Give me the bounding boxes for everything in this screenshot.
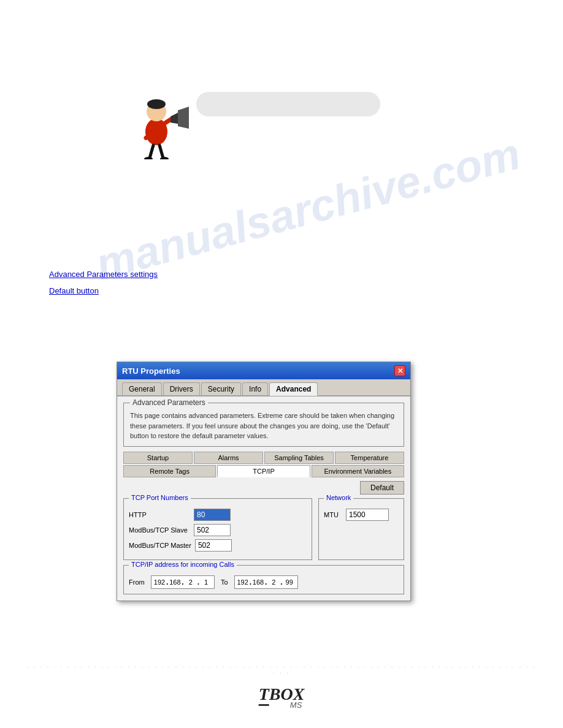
tab-drivers[interactable]: Drivers (163, 382, 200, 395)
subtab-sampling-tables[interactable]: Sampling Tables (264, 452, 334, 464)
text-link-2[interactable]: Default button (49, 286, 158, 295)
person-figure (123, 80, 190, 153)
to-ip-oct4[interactable] (283, 578, 296, 586)
to-ip-oct1[interactable] (236, 578, 250, 586)
svg-line-8 (159, 145, 163, 158)
tab-general[interactable]: General (122, 382, 162, 395)
to-ip-oct3[interactable] (267, 578, 280, 586)
network-group: Network MTU (318, 498, 404, 560)
text-link-1[interactable]: Advanced Parameters settings (49, 270, 158, 279)
tcp-port-numbers-group: TCP Port Numbers HTTP ModBus/TCP Slave M… (123, 498, 312, 560)
to-ip-wrapper: . . . (234, 575, 298, 589)
svg-point-2 (147, 99, 166, 109)
subtab-env-variables[interactable]: Environment Variables (312, 465, 404, 477)
svg-line-7 (150, 145, 153, 158)
tab-advanced[interactable]: Advanced (269, 382, 318, 396)
from-ip-oct3[interactable] (184, 578, 197, 586)
subtab-tcpip[interactable]: TCP/IP (217, 465, 310, 477)
tbox-logo: TBOX MS (259, 686, 305, 710)
text-links-area: Advanced Parameters settings Default but… (49, 270, 158, 303)
group-box-title: Advanced Parameters (130, 398, 208, 407)
http-label: HTTP (129, 511, 190, 518)
advanced-params-group: Advanced Parameters This page contains a… (123, 403, 404, 447)
tab-info[interactable]: Info (242, 382, 268, 395)
subtab-temperature[interactable]: Temperature (335, 452, 404, 464)
dialog-close-button[interactable]: ✕ (394, 365, 405, 376)
modbus-slave-row: ModBus/TCP Slave (129, 524, 307, 536)
default-btn-row: Default (123, 481, 404, 495)
from-ip-wrapper: . . . (151, 575, 215, 589)
speech-bubble (196, 92, 380, 116)
to-ip-oct2[interactable] (251, 578, 265, 586)
dialog-content: Advanced Parameters This page contains a… (117, 396, 410, 601)
http-input[interactable] (194, 509, 231, 521)
modbus-slave-input[interactable] (194, 524, 231, 536)
dialog-title: RTU Properties (122, 366, 180, 376)
to-label: To (221, 578, 228, 586)
modbus-slave-label: ModBus/TCP Slave (129, 526, 190, 534)
default-button[interactable]: Default (360, 481, 404, 495)
subtab-alarms[interactable]: Alarms (194, 452, 263, 464)
rtu-properties-dialog: RTU Properties ✕ General Drivers Securit… (117, 362, 411, 601)
incoming-calls-label: TCP/IP address for incoming Calls (129, 561, 237, 568)
from-to-row: From . . . To . . (129, 575, 399, 589)
dialog-titlebar: RTU Properties ✕ (117, 362, 410, 379)
bottom-line: · · · · · · · · · · · · · · · · · · · · … (25, 664, 538, 676)
dialog-tabs: General Drivers Security Info Advanced (117, 379, 410, 396)
sub-tabs-row2: Remote Tags TCP/IP Environment Variables (123, 465, 404, 477)
modbus-master-label: ModBus/TCP Master (129, 542, 191, 549)
tcp-section-label: TCP Port Numbers (129, 494, 191, 501)
sub-tabs-row1: Startup Alarms Sampling Tables Temperatu… (123, 452, 404, 464)
subtab-startup[interactable]: Startup (123, 452, 193, 464)
from-ip-oct2[interactable] (168, 578, 182, 586)
network-section-label: Network (324, 494, 353, 501)
announcement-area (123, 80, 380, 153)
group-text: This page contains advanced parameters. … (130, 411, 397, 441)
from-label: From (129, 578, 147, 586)
mtu-row: MTU (324, 509, 399, 521)
tab-security[interactable]: Security (201, 382, 241, 395)
footer-logo: TBOX MS (259, 686, 305, 710)
modbus-master-row: ModBus/TCP Master (129, 539, 307, 552)
svg-marker-6 (178, 107, 189, 129)
modbus-master-input[interactable] (195, 539, 232, 552)
mtu-label: MTU (324, 511, 342, 518)
mtu-input[interactable] (346, 509, 389, 521)
from-ip-oct4[interactable] (199, 578, 213, 586)
subtab-remote-tags[interactable]: Remote Tags (123, 465, 216, 477)
svg-marker-5 (170, 113, 178, 124)
http-row: HTTP (129, 509, 307, 521)
tbox-ms-text: MS (290, 700, 302, 710)
from-ip-oct1[interactable] (153, 578, 166, 586)
two-columns: TCP Port Numbers HTTP ModBus/TCP Slave M… (123, 498, 404, 560)
incoming-calls-group: TCP/IP address for incoming Calls From .… (123, 565, 404, 594)
